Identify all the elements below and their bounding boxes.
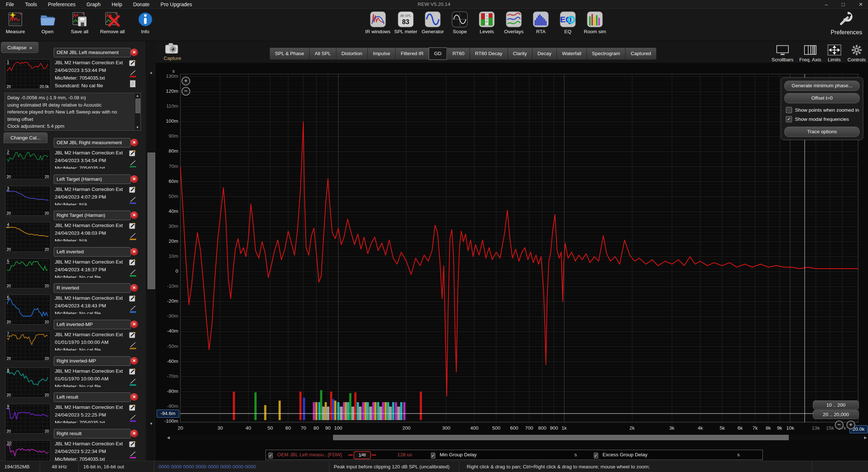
excess-group-delay-checkbox[interactable]: [594, 453, 598, 458]
maximize-button[interactable]: □: [842, 1, 845, 7]
scroll-left-icon[interactable]: ◀: [166, 435, 171, 440]
measurement-thumbnail[interactable]: 72020: [5, 331, 50, 361]
measurement-name-field[interactable]: OEM JBL Left measurement: [54, 48, 131, 57]
measurement-name-field[interactable]: Right result: [54, 429, 131, 438]
delete-measurement-icon[interactable]: ✕: [130, 248, 138, 256]
preferences-button[interactable]: Preferences: [831, 10, 862, 36]
trace-color-icon[interactable]: [129, 70, 137, 78]
delete-measurement-icon[interactable]: ✕: [130, 211, 138, 219]
measure-button[interactable]: Measure: [4, 11, 27, 34]
zoom-in-icon[interactable]: +: [181, 77, 190, 85]
edit-notes-icon[interactable]: [129, 294, 137, 302]
generator-button[interactable]: Generator: [421, 11, 444, 34]
overlays-button[interactable]: Overlays: [502, 11, 525, 34]
trace-color-icon[interactable]: [129, 378, 137, 386]
levels-button[interactable]: 036Levels: [475, 11, 498, 34]
delete-measurement-icon[interactable]: ✕: [130, 49, 138, 56]
scrollbars-button[interactable]: Scrollbars: [772, 44, 794, 62]
range-10-200-button[interactable]: 10 .. 200: [813, 400, 859, 410]
remove-all-button[interactable]: Remove all: [100, 11, 125, 34]
graph-horizontal-scrollbar[interactable]: ◀ ▶: [172, 435, 862, 440]
rta-button[interactable]: RTA: [529, 11, 552, 34]
measurement-name-field[interactable]: Left inverted: [54, 247, 131, 257]
measurement-thumbnail[interactable]: 22020: [5, 149, 50, 179]
measurement-thumbnail[interactable]: 52020: [5, 258, 50, 288]
measurement-thumbnail[interactable]: 82020: [5, 368, 50, 398]
trace-options-button[interactable]: Trace options: [784, 127, 860, 137]
zoom-out-bottom-icon[interactable]: −: [835, 421, 844, 429]
collapse-sidebar-button[interactable]: Collapse «: [1, 42, 38, 53]
close-button[interactable]: ✕: [859, 1, 863, 7]
delete-measurement-icon[interactable]: ✕: [130, 321, 138, 328]
change-cal-button[interactable]: Change Cal...: [4, 133, 47, 143]
delay-info-scrollbar[interactable]: ▲▼: [135, 93, 140, 130]
tab-decay[interactable]: Decay: [532, 47, 557, 60]
measurement-name-field[interactable]: Right inverted-MP: [54, 356, 131, 366]
group-delay-graph[interactable]: 130m120m110m100m90m80m70m60m50m40m30m20m…: [156, 63, 868, 461]
tab-filtered-ir[interactable]: Filtered IR: [395, 47, 428, 60]
save-all-button[interactable]: Save all: [68, 11, 91, 34]
trace-color-icon[interactable]: [129, 233, 137, 241]
tab-spl-phase[interactable]: SPL & Phase: [269, 47, 309, 60]
delay-info-box[interactable]: Delay -0.0056 ms (-1.9 mm, -0.08 in)usin…: [4, 93, 141, 131]
trace-color-icon[interactable]: [129, 414, 137, 422]
edit-notes-icon[interactable]: [129, 367, 137, 375]
scroll-right-icon[interactable]: ▶: [863, 435, 868, 440]
show-modal-frequencies-checkbox[interactable]: [786, 116, 792, 122]
delete-measurement-icon[interactable]: ✕: [130, 284, 138, 292]
measurement-name-field[interactable]: Left Target (Harman): [54, 174, 131, 184]
scroll-down-icon[interactable]: ▼: [135, 125, 140, 130]
tab-impulse[interactable]: Impulse: [367, 47, 395, 60]
scroll-down-icon[interactable]: ▼: [146, 422, 156, 426]
delete-measurement-icon[interactable]: ✕: [130, 357, 138, 365]
tab-captured[interactable]: Captured: [625, 47, 657, 60]
measurement-thumbnail[interactable]: 92020: [5, 404, 50, 434]
trace-color-icon[interactable]: [129, 196, 137, 204]
scroll-up-icon[interactable]: ▲: [135, 93, 140, 98]
measurement-thumbnail[interactable]: 102020.0k: [5, 440, 50, 461]
tab-waterfall[interactable]: Waterfall: [557, 47, 586, 60]
open-button[interactable]: Open: [36, 11, 59, 34]
zoom-out-icon[interactable]: −: [181, 87, 190, 96]
zoom-in-bottom-icon[interactable]: +: [846, 421, 855, 429]
controls-button[interactable]: Controls: [848, 44, 866, 62]
measurement-name-field[interactable]: Right Target (Harman): [54, 211, 131, 220]
edit-notes-icon[interactable]: [129, 222, 137, 230]
edit-notes-icon[interactable]: [129, 59, 137, 67]
tab-all-spl[interactable]: All SPL: [309, 47, 336, 60]
trace-color-icon[interactable]: [129, 269, 137, 277]
tab-clarity[interactable]: Clarity: [508, 47, 532, 60]
minimize-button[interactable]: –: [825, 1, 828, 7]
measurement-thumbnail[interactable]: 42020: [5, 222, 50, 252]
trace-color-icon[interactable]: [129, 342, 137, 350]
edit-notes-icon[interactable]: [129, 331, 137, 339]
trace-visible-checkbox[interactable]: [268, 453, 273, 458]
tab-spectrogram[interactable]: Spectrogram: [586, 47, 625, 60]
spl-meter-button[interactable]: dB SPL83SPL meter: [394, 11, 417, 34]
graph-scroll-thumb[interactable]: [333, 435, 789, 440]
ir-windows-button[interactable]: IR windows: [365, 11, 390, 34]
scroll-up-icon[interactable]: ▲: [146, 70, 156, 74]
generate-minimum-phase-button[interactable]: Generate minimum phase...: [784, 81, 860, 91]
trace-color-icon[interactable]: [129, 160, 137, 168]
range-20-20000-button[interactable]: 20 .. 20,000: [813, 410, 859, 419]
edit-notes-icon[interactable]: [129, 440, 137, 448]
delete-measurement-icon[interactable]: ✕: [130, 430, 138, 437]
measurement-name-field[interactable]: R inverted: [54, 283, 131, 293]
edit-notes-icon[interactable]: [129, 185, 137, 193]
measurement-thumbnail[interactable]: 62020: [5, 295, 50, 325]
measurement-name-field[interactable]: Left inverted-MP: [54, 320, 131, 329]
edit-notes-icon[interactable]: [129, 258, 137, 266]
measurement-name-field[interactable]: Left result: [54, 392, 131, 402]
tab-rt60[interactable]: RT60: [447, 47, 470, 60]
eq-button[interactable]: EQEQ: [556, 11, 580, 34]
delete-measurement-icon[interactable]: ✕: [130, 175, 138, 183]
trace-color-icon[interactable]: [129, 305, 137, 313]
measurement-name-field[interactable]: OEM JBL Right measurement: [54, 138, 131, 147]
measurement-thumbnail[interactable]: 32020: [5, 186, 50, 216]
limits-button[interactable]: Limits: [827, 44, 842, 62]
fdw-fraction-badge[interactable]: 1⁄48: [353, 451, 371, 459]
offset-t0-button[interactable]: Offset t=0: [784, 93, 860, 103]
tab-gd[interactable]: GD: [429, 47, 447, 60]
min-group-delay-checkbox[interactable]: [431, 453, 435, 458]
